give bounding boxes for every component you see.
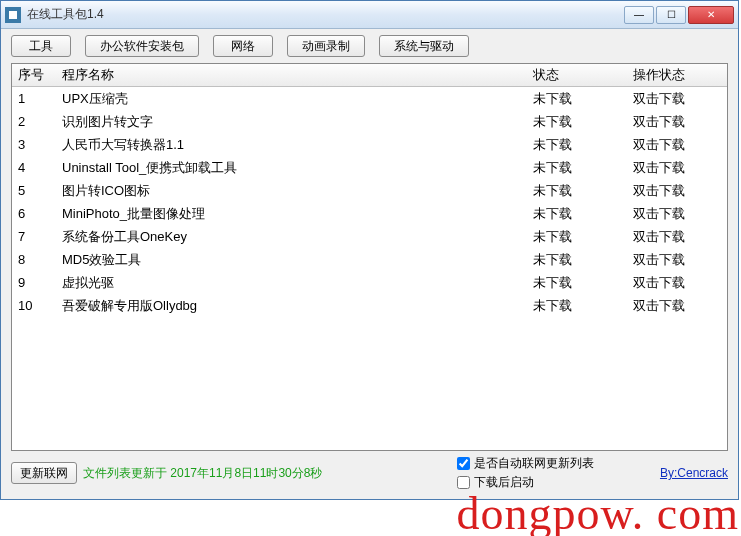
cell-status: 未下载	[527, 248, 627, 271]
cell-name: 系统备份工具OneKey	[56, 225, 527, 248]
cell-status: 未下载	[527, 271, 627, 294]
list-header: 序号 程序名称 状态 操作状态	[12, 64, 727, 87]
cell-op: 双击下载	[627, 225, 727, 248]
cell-op: 双击下载	[627, 248, 727, 271]
cell-idx: 7	[12, 225, 56, 248]
cell-idx: 8	[12, 248, 56, 271]
cell-op: 双击下载	[627, 294, 727, 317]
table-row[interactable]: 4Uninstall Tool_便携式卸载工具未下载双击下载	[12, 156, 727, 179]
cell-idx: 3	[12, 133, 56, 156]
cell-idx: 5	[12, 179, 56, 202]
table-row[interactable]: 3人民币大写转换器1.1未下载双击下载	[12, 133, 727, 156]
cell-idx: 9	[12, 271, 56, 294]
header-op[interactable]: 操作状态	[627, 64, 727, 86]
cell-name: 人民币大写转换器1.1	[56, 133, 527, 156]
cell-status: 未下载	[527, 225, 627, 248]
cell-status: 未下载	[527, 202, 627, 225]
auto-update-input[interactable]	[457, 457, 470, 470]
app-window: 在线工具包1.4 — ☐ ✕ 工具 办公软件安装包 网络 动画录制 系统与驱动 …	[0, 0, 739, 500]
titlebar: 在线工具包1.4 — ☐ ✕	[1, 1, 738, 29]
cell-name: UPX压缩壳	[56, 87, 527, 110]
window-title: 在线工具包1.4	[27, 6, 624, 23]
cell-name: 识别图片转文字	[56, 110, 527, 133]
cell-name: MiniPhoto_批量图像处理	[56, 202, 527, 225]
network-button[interactable]: 网络	[213, 35, 273, 57]
cell-op: 双击下载	[627, 110, 727, 133]
maximize-button[interactable]: ☐	[656, 6, 686, 24]
cell-name: MD5效验工具	[56, 248, 527, 271]
options: 是否自动联网更新列表 下载后启动	[457, 455, 594, 491]
cell-status: 未下载	[527, 110, 627, 133]
header-status[interactable]: 状态	[527, 64, 627, 86]
cell-name: 图片转ICO图标	[56, 179, 527, 202]
table-row[interactable]: 2识别图片转文字未下载双击下载	[12, 110, 727, 133]
cell-status: 未下载	[527, 133, 627, 156]
cell-op: 双击下载	[627, 202, 727, 225]
toolbar: 工具 办公软件安装包 网络 动画录制 系统与驱动	[1, 29, 738, 63]
update-button[interactable]: 更新联网	[11, 462, 77, 484]
list-body: 1UPX压缩壳未下载双击下载2识别图片转文字未下载双击下载3人民币大写转换器1.…	[12, 87, 727, 317]
header-name[interactable]: 程序名称	[56, 64, 527, 86]
office-button[interactable]: 办公软件安装包	[85, 35, 199, 57]
minimize-button[interactable]: —	[624, 6, 654, 24]
close-button[interactable]: ✕	[688, 6, 734, 24]
auto-update-label: 是否自动联网更新列表	[474, 455, 594, 472]
update-text: 文件列表更新于 2017年11月8日11时30分8秒	[83, 465, 322, 482]
cell-op: 双击下载	[627, 179, 727, 202]
cell-idx: 10	[12, 294, 56, 317]
table-row[interactable]: 6MiniPhoto_批量图像处理未下载双击下载	[12, 202, 727, 225]
cell-status: 未下载	[527, 294, 627, 317]
launch-after-label: 下载后启动	[474, 474, 534, 491]
cell-op: 双击下载	[627, 156, 727, 179]
table-row[interactable]: 7系统备份工具OneKey未下载双击下载	[12, 225, 727, 248]
table-row[interactable]: 9虚拟光驱未下载双击下载	[12, 271, 727, 294]
cell-name: 虚拟光驱	[56, 271, 527, 294]
cell-op: 双击下载	[627, 87, 727, 110]
system-button[interactable]: 系统与驱动	[379, 35, 469, 57]
cell-name: Uninstall Tool_便携式卸载工具	[56, 156, 527, 179]
cell-idx: 1	[12, 87, 56, 110]
table-row[interactable]: 1UPX压缩壳未下载双击下载	[12, 87, 727, 110]
cell-idx: 4	[12, 156, 56, 179]
header-idx[interactable]: 序号	[12, 64, 56, 86]
auto-update-checkbox[interactable]: 是否自动联网更新列表	[457, 455, 594, 472]
launch-after-input[interactable]	[457, 476, 470, 489]
tools-button[interactable]: 工具	[11, 35, 71, 57]
bottom-bar: 更新联网 文件列表更新于 2017年11月8日11时30分8秒 是否自动联网更新…	[1, 451, 738, 499]
credit-link[interactable]: By:Cencrack	[660, 466, 728, 480]
app-icon	[5, 7, 21, 23]
table-row[interactable]: 10吾爱破解专用版Ollydbg未下载双击下载	[12, 294, 727, 317]
launch-after-checkbox[interactable]: 下载后启动	[457, 474, 594, 491]
cell-op: 双击下载	[627, 133, 727, 156]
table-row[interactable]: 5图片转ICO图标未下载双击下载	[12, 179, 727, 202]
cell-op: 双击下载	[627, 271, 727, 294]
animation-button[interactable]: 动画录制	[287, 35, 365, 57]
table-row[interactable]: 8MD5效验工具未下载双击下载	[12, 248, 727, 271]
cell-status: 未下载	[527, 87, 627, 110]
cell-status: 未下载	[527, 156, 627, 179]
list-area: 序号 程序名称 状态 操作状态 1UPX压缩壳未下载双击下载2识别图片转文字未下…	[11, 63, 728, 451]
cell-status: 未下载	[527, 179, 627, 202]
cell-idx: 2	[12, 110, 56, 133]
cell-name: 吾爱破解专用版Ollydbg	[56, 294, 527, 317]
window-controls: — ☐ ✕	[624, 6, 734, 24]
cell-idx: 6	[12, 202, 56, 225]
